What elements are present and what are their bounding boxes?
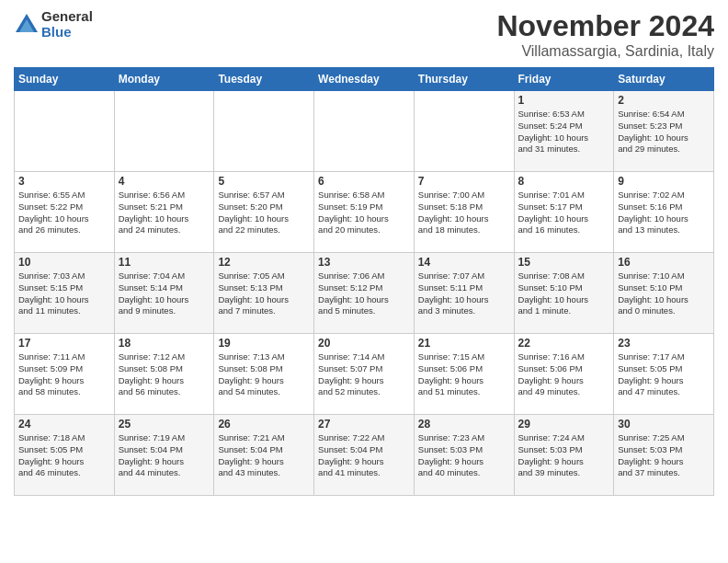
calendar-row: 3Sunrise: 6:55 AM Sunset: 5:22 PM Daylig… xyxy=(15,172,714,253)
calendar-cell: 24Sunrise: 7:18 AM Sunset: 5:05 PM Dayli… xyxy=(15,415,115,496)
day-number: 16 xyxy=(618,256,710,269)
day-number: 26 xyxy=(218,418,310,431)
day-number: 1 xyxy=(518,94,610,107)
day-number: 17 xyxy=(18,337,110,350)
calendar-cell: 20Sunrise: 7:14 AM Sunset: 5:07 PM Dayli… xyxy=(314,334,415,415)
day-number: 30 xyxy=(618,418,710,431)
day-number: 13 xyxy=(318,256,410,269)
day-info: Sunrise: 6:58 AM Sunset: 5:19 PM Dayligh… xyxy=(318,190,410,236)
day-number: 27 xyxy=(318,418,410,431)
calendar-cell: 9Sunrise: 7:02 AM Sunset: 5:16 PM Daylig… xyxy=(614,172,714,253)
calendar-cell: 10Sunrise: 7:03 AM Sunset: 5:15 PM Dayli… xyxy=(15,253,115,334)
day-info: Sunrise: 7:11 AM Sunset: 5:09 PM Dayligh… xyxy=(18,351,110,398)
logo: General Blue xyxy=(14,9,93,40)
day-info: Sunrise: 7:05 AM Sunset: 5:13 PM Dayligh… xyxy=(218,270,310,317)
day-number: 11 xyxy=(119,256,210,269)
logo-general: General xyxy=(41,9,93,25)
calendar-cell: 23Sunrise: 7:17 AM Sunset: 5:05 PM Dayli… xyxy=(614,334,714,415)
day-info: Sunrise: 6:57 AM Sunset: 5:20 PM Dayligh… xyxy=(218,190,310,236)
day-number: 25 xyxy=(119,418,210,431)
day-number: 12 xyxy=(218,256,310,269)
day-number: 6 xyxy=(318,175,410,188)
day-info: Sunrise: 7:24 AM Sunset: 5:03 PM Dayligh… xyxy=(518,432,610,479)
header-day: Thursday xyxy=(414,68,514,91)
day-number: 20 xyxy=(318,337,410,350)
calendar-cell: 3Sunrise: 6:55 AM Sunset: 5:22 PM Daylig… xyxy=(15,172,115,253)
header-day: Sunday xyxy=(15,68,115,91)
day-info: Sunrise: 7:03 AM Sunset: 5:15 PM Dayligh… xyxy=(18,270,110,317)
calendar-cell: 19Sunrise: 7:13 AM Sunset: 5:08 PM Dayli… xyxy=(214,334,314,415)
logo-blue: Blue xyxy=(41,25,93,40)
calendar-cell: 17Sunrise: 7:11 AM Sunset: 5:09 PM Dayli… xyxy=(15,334,115,415)
calendar-cell: 14Sunrise: 7:07 AM Sunset: 5:11 PM Dayli… xyxy=(414,253,514,334)
calendar-table: SundayMondayTuesdayWednesdayThursdayFrid… xyxy=(14,67,714,496)
title-block: November 2024 Villamassargia, Sardinia, … xyxy=(496,9,714,60)
day-info: Sunrise: 7:16 AM Sunset: 5:06 PM Dayligh… xyxy=(518,351,610,398)
calendar-cell: 2Sunrise: 6:54 AM Sunset: 5:23 PM Daylig… xyxy=(614,91,714,172)
day-info: Sunrise: 7:06 AM Sunset: 5:12 PM Dayligh… xyxy=(318,270,410,317)
day-number: 21 xyxy=(418,337,510,350)
day-info: Sunrise: 7:18 AM Sunset: 5:05 PM Dayligh… xyxy=(18,432,110,479)
day-number: 5 xyxy=(218,175,310,188)
day-info: Sunrise: 7:02 AM Sunset: 5:16 PM Dayligh… xyxy=(618,190,710,236)
calendar-cell: 4Sunrise: 6:56 AM Sunset: 5:21 PM Daylig… xyxy=(114,172,214,253)
logo-icon xyxy=(14,12,40,38)
calendar-cell: 16Sunrise: 7:10 AM Sunset: 5:10 PM Dayli… xyxy=(614,253,714,334)
calendar-cell: 27Sunrise: 7:22 AM Sunset: 5:04 PM Dayli… xyxy=(314,415,415,496)
day-info: Sunrise: 7:00 AM Sunset: 5:18 PM Dayligh… xyxy=(418,190,510,236)
calendar-cell: 30Sunrise: 7:25 AM Sunset: 5:03 PM Dayli… xyxy=(614,415,714,496)
calendar-cell xyxy=(314,91,415,172)
calendar-cell: 21Sunrise: 7:15 AM Sunset: 5:06 PM Dayli… xyxy=(414,334,514,415)
day-number: 9 xyxy=(618,175,710,188)
calendar-row: 24Sunrise: 7:18 AM Sunset: 5:05 PM Dayli… xyxy=(15,415,714,496)
day-info: Sunrise: 7:22 AM Sunset: 5:04 PM Dayligh… xyxy=(318,432,410,479)
day-info: Sunrise: 7:15 AM Sunset: 5:06 PM Dayligh… xyxy=(418,351,510,398)
calendar-cell: 28Sunrise: 7:23 AM Sunset: 5:03 PM Dayli… xyxy=(414,415,514,496)
day-info: Sunrise: 6:54 AM Sunset: 5:23 PM Dayligh… xyxy=(618,109,710,155)
calendar-cell: 26Sunrise: 7:21 AM Sunset: 5:04 PM Dayli… xyxy=(214,415,314,496)
calendar-cell: 18Sunrise: 7:12 AM Sunset: 5:08 PM Dayli… xyxy=(114,334,214,415)
calendar-row: 10Sunrise: 7:03 AM Sunset: 5:15 PM Dayli… xyxy=(15,253,714,334)
day-number: 14 xyxy=(418,256,510,269)
day-number: 24 xyxy=(18,418,110,431)
day-number: 19 xyxy=(218,337,310,350)
calendar-row: 17Sunrise: 7:11 AM Sunset: 5:09 PM Dayli… xyxy=(15,334,714,415)
day-info: Sunrise: 7:10 AM Sunset: 5:10 PM Dayligh… xyxy=(618,270,710,317)
day-number: 15 xyxy=(518,256,610,269)
day-info: Sunrise: 7:07 AM Sunset: 5:11 PM Dayligh… xyxy=(418,270,510,317)
day-info: Sunrise: 7:21 AM Sunset: 5:04 PM Dayligh… xyxy=(218,432,310,479)
day-number: 10 xyxy=(18,256,110,269)
day-number: 22 xyxy=(518,337,610,350)
header-row: SundayMondayTuesdayWednesdayThursdayFrid… xyxy=(15,68,714,91)
calendar-cell: 8Sunrise: 7:01 AM Sunset: 5:17 PM Daylig… xyxy=(514,172,614,253)
calendar-cell: 6Sunrise: 6:58 AM Sunset: 5:19 PM Daylig… xyxy=(314,172,415,253)
calendar-cell: 5Sunrise: 6:57 AM Sunset: 5:20 PM Daylig… xyxy=(214,172,314,253)
month-title: November 2024 xyxy=(496,9,714,43)
location-title: Villamassargia, Sardinia, Italy xyxy=(496,43,714,60)
day-info: Sunrise: 7:14 AM Sunset: 5:07 PM Dayligh… xyxy=(318,351,410,398)
day-info: Sunrise: 7:19 AM Sunset: 5:04 PM Dayligh… xyxy=(119,432,210,479)
header-day: Tuesday xyxy=(214,68,314,91)
page-header: General Blue November 2024 Villamassargi… xyxy=(14,9,714,60)
day-number: 3 xyxy=(18,175,110,188)
day-number: 23 xyxy=(618,337,710,350)
day-number: 28 xyxy=(418,418,510,431)
day-number: 7 xyxy=(418,175,510,188)
day-number: 4 xyxy=(119,175,210,188)
header-day: Saturday xyxy=(614,68,714,91)
calendar-cell xyxy=(114,91,214,172)
calendar-row: 1Sunrise: 6:53 AM Sunset: 5:24 PM Daylig… xyxy=(15,91,714,172)
calendar-cell: 29Sunrise: 7:24 AM Sunset: 5:03 PM Dayli… xyxy=(514,415,614,496)
calendar-cell: 7Sunrise: 7:00 AM Sunset: 5:18 PM Daylig… xyxy=(414,172,514,253)
calendar-cell: 1Sunrise: 6:53 AM Sunset: 5:24 PM Daylig… xyxy=(514,91,614,172)
calendar-cell xyxy=(414,91,514,172)
calendar-cell: 11Sunrise: 7:04 AM Sunset: 5:14 PM Dayli… xyxy=(114,253,214,334)
calendar-body: 1Sunrise: 6:53 AM Sunset: 5:24 PM Daylig… xyxy=(15,91,714,496)
header-day: Wednesday xyxy=(314,68,415,91)
day-number: 29 xyxy=(518,418,610,431)
logo-text: General Blue xyxy=(41,9,93,40)
calendar-cell xyxy=(214,91,314,172)
day-number: 2 xyxy=(618,94,710,107)
day-info: Sunrise: 7:25 AM Sunset: 5:03 PM Dayligh… xyxy=(618,432,710,479)
header-day: Monday xyxy=(114,68,214,91)
